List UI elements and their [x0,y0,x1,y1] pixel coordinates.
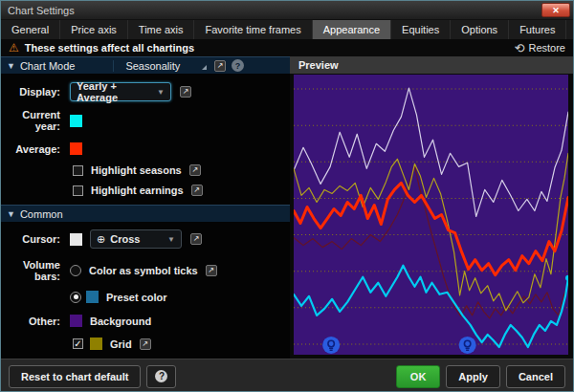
main-area: ▼ Chart Mode Seasonality ↗ ? Display: Ye… [1,56,573,359]
highlight-earnings-row: Highlight earnings ↗ [73,185,290,196]
grid-row: Grid ↗ [73,338,290,350]
chevron-down-icon: ▼ [167,235,175,244]
background-color-swatch[interactable] [70,315,82,327]
chart-mode-selector[interactable]: Seasonality [113,60,180,72]
chevron-down-icon: ▼ [7,61,15,71]
display-label: Display: [1,86,60,98]
current-year-row: Current year: [1,109,290,132]
grid-color-swatch[interactable] [90,338,102,350]
tab-forex[interactable]: Forex [566,20,574,39]
chart-mode-section-header[interactable]: ▼ Chart Mode Seasonality ↗ ? [1,56,290,74]
preview-panel: Preview [290,56,573,359]
footer-bar: Reset to chart default ? OK Apply Cancel [1,359,573,392]
chevron-down-icon: ▼ [7,209,15,219]
other-label: Other: [1,316,60,327]
restore-button[interactable]: ⟲ Restore [515,42,565,54]
highlight-seasons-row: Highlight seasons ↗ [73,164,290,176]
help-icon[interactable]: ? [232,59,244,72]
apply-to-all-icon[interactable]: ↗ [191,185,203,196]
apply-to-all-icon[interactable]: ↗ [206,265,217,276]
color-as-symbol-ticks-label: Color as symbol ticks [89,265,198,276]
volume-bars-row-1: Volume bars: Color as symbol ticks ↗ [1,259,290,282]
warning-icon: ⚠ [9,42,19,54]
tab-options[interactable]: Options [451,20,509,39]
apply-to-all-icon[interactable]: ↗ [189,164,201,176]
cancel-button[interactable]: Cancel [506,365,565,388]
close-icon: ✕ [552,6,560,15]
tab-appearance[interactable]: Appearance [313,20,391,39]
cursor-label: Cursor: [1,233,60,245]
other-row: Other: Background [1,315,290,327]
common-header-label: Common [20,208,63,220]
tab-price-axis[interactable]: Price axis [60,20,128,39]
average-label: Average: [1,143,60,155]
current-year-color-swatch[interactable] [70,115,82,127]
tab-equities[interactable]: Equities [391,20,451,39]
background-label: Background [90,316,151,327]
highlight-earnings-label: Highlight earnings [91,185,184,196]
average-row: Average: [1,142,290,155]
highlight-seasons-label: Highlight seasons [91,164,182,176]
chart-mode-header-label: Chart Mode [20,60,75,72]
display-row: Display: Yearly + Average ▼ ↗ [1,82,290,101]
volume-bars-label: Volume bars: [1,259,60,282]
apply-to-all-icon[interactable]: ↗ [214,60,226,72]
restore-history-icon: ⟲ [515,42,525,54]
cursor-row: Cursor: ⊕ Cross ▼ ↗ [1,229,290,249]
cursor-style-dropdown[interactable]: ⊕ Cross ▼ [90,229,182,249]
close-button[interactable]: ✕ [541,3,570,17]
chevron-down-icon: ▼ [157,88,165,97]
preview-header-label: Preview [298,59,339,71]
common-section-header[interactable]: ▼ Common [1,205,290,222]
tab-futures[interactable]: Futures [509,20,566,39]
help-button[interactable]: ? [146,365,176,388]
chart-settings-window: Chart Settings ✕ GeneralPrice axisTime a… [0,0,574,392]
current-year-label: Current year: [1,109,60,132]
highlight-earnings-checkbox[interactable] [73,185,83,196]
window-title: Chart Settings [8,5,541,16]
warning-bar: ⚠ These settings affect all chartings ⟲ … [1,39,573,56]
apply-to-all-icon[interactable]: ↗ [190,233,202,245]
color-as-symbol-ticks-radio[interactable] [70,265,81,276]
reset-to-chart-default-button[interactable]: Reset to chart default [9,365,141,388]
title-bar[interactable]: Chart Settings ✕ [1,1,573,20]
crosshair-icon: ⊕ [97,233,105,246]
average-color-swatch[interactable] [70,142,82,155]
grid-label: Grid [110,338,132,350]
preset-color-radio[interactable] [70,292,81,303]
question-mark-icon: ? [155,370,167,382]
earnings-bulb-icon[interactable] [459,337,476,354]
preset-color-label: Preset color [106,292,167,303]
preview-chart-area [290,74,573,359]
dropdown-corner-icon [202,65,207,70]
warning-text: These settings affect all chartings [25,42,515,54]
apply-to-all-icon[interactable]: ↗ [140,338,151,350]
apply-button[interactable]: Apply [446,365,500,388]
tab-bar: GeneralPrice axisTime axisFavorite time … [1,20,573,39]
highlight-seasons-checkbox[interactable] [73,165,83,176]
settings-panel: ▼ Chart Mode Seasonality ↗ ? Display: Ye… [1,56,290,359]
earnings-bulb-icon[interactable] [322,337,340,354]
tab-favorite-time-frames[interactable]: Favorite time frames [194,20,312,39]
cursor-color-swatch[interactable] [70,233,82,246]
display-dropdown[interactable]: Yearly + Average ▼ [70,82,171,101]
tab-general[interactable]: General [1,20,60,39]
grid-checkbox[interactable] [73,338,83,349]
preview-header: Preview [290,56,573,74]
ok-button[interactable]: OK [396,365,441,388]
preset-color-swatch[interactable] [86,291,99,303]
volume-bars-row-2: Preset color [70,291,290,303]
tab-time-axis[interactable]: Time axis [128,20,195,39]
restore-label: Restore [528,42,565,54]
preview-chart-svg [294,75,568,355]
apply-to-all-icon[interactable]: ↗ [180,86,191,98]
